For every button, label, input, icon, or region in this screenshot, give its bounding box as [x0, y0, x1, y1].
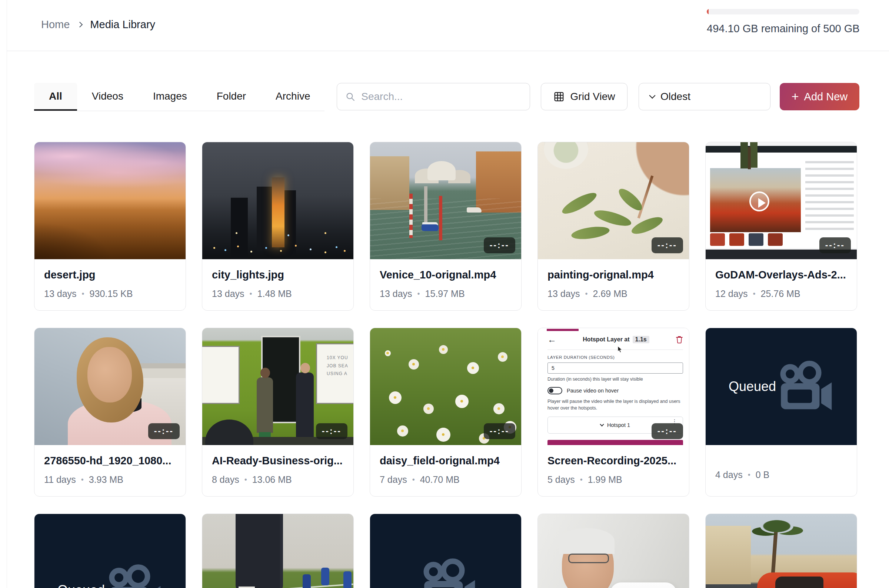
media-card-godam[interactable]: --:-- GoDAM-Overlays-Ads-2... 12 days • …	[705, 142, 857, 310]
screen-text-line: 10X YOU	[327, 354, 353, 362]
back-arrow-icon: ←	[548, 335, 556, 344]
grid-icon	[553, 91, 565, 102]
queued-status-label: Queued	[728, 379, 776, 394]
tab-images[interactable]: Images	[138, 83, 202, 111]
tab-archive[interactable]: Archive	[261, 83, 325, 111]
media-card-screen-recording[interactable]: ← Hotspot Layer at 1.1s LAYER DURATION (…	[538, 328, 689, 496]
meta-dot: •	[748, 471, 751, 479]
soccer-player-legs	[236, 514, 280, 588]
file-title: AI-Ready-Business-orig...	[212, 455, 344, 467]
card-text: Venice_10-orignal.mp4 13 days • 15.97 MB	[370, 259, 521, 310]
sort-value: Oldest	[661, 91, 691, 103]
rec-ui: ← Hotspot Layer at 1.1s LAYER DURATION (…	[548, 333, 683, 434]
add-new-label: Add New	[804, 91, 848, 103]
play-icon	[749, 191, 769, 212]
palm-tree-fronds	[760, 519, 793, 534]
card-text: city_lights.jpg 13 days • 1.48 MB	[202, 259, 353, 310]
tab-videos[interactable]: Videos	[77, 83, 138, 111]
search-input[interactable]	[361, 91, 521, 103]
media-card-painting[interactable]: --:-- painting-orignal.mp4 13 days • 2.6…	[538, 142, 689, 310]
trash-icon	[676, 336, 683, 344]
meta-dot: •	[753, 290, 755, 298]
city-lights-dots	[213, 247, 215, 249]
file-size: 1.48 MB	[257, 288, 292, 299]
breadcrumb-current: Media Library	[90, 18, 155, 31]
file-title: Venice_10-orignal.mp4	[380, 269, 512, 281]
file-size: 1.99 MB	[588, 474, 622, 485]
rec-progress-bar	[547, 329, 578, 331]
toggle-off-icon	[548, 387, 562, 394]
rec-bottom-button	[548, 440, 683, 445]
thumbnail-daisy-field: --:--	[370, 328, 521, 445]
video-duration-badge: --:--	[652, 423, 683, 439]
file-meta: 4 days • 0 B	[715, 470, 847, 480]
card-text: GoDAM-Overlays-Ads-2... 12 days • 25.76 …	[706, 259, 857, 310]
file-age: 8 days	[212, 474, 239, 485]
mouse-cursor-icon	[617, 346, 623, 353]
file-age: 13 days	[548, 288, 580, 299]
breadcrumb-home-link[interactable]: Home	[41, 18, 70, 31]
venice-boat	[467, 207, 482, 213]
media-card-city-lights[interactable]: city_lights.jpg 13 days • 1.48 MB	[202, 142, 354, 310]
card-text: Screen-Recording-2025... 5 days • 1.99 M…	[538, 445, 689, 496]
meta-dot: •	[250, 290, 252, 298]
video-duration-badge: --:--	[148, 423, 180, 439]
media-card-queued-2[interactable]: Queued	[34, 514, 186, 588]
search-box[interactable]	[337, 83, 530, 110]
grid-view-button[interactable]: Grid View	[541, 83, 628, 110]
thumbnail-painting: --:--	[538, 142, 689, 259]
rec-duration-input: 5	[548, 363, 683, 374]
thumbnail-city-lights	[202, 142, 353, 259]
tab-all[interactable]: All	[34, 83, 77, 111]
godam-thumbnail-strip	[710, 233, 725, 246]
thumbnail-man	[538, 514, 689, 588]
queued-content: Queued	[728, 361, 834, 412]
media-card-soccer[interactable]	[202, 514, 354, 588]
media-card-venice[interactable]: --:-- Venice_10-orignal.mp4 13 days • 15…	[370, 142, 521, 310]
venice-dome	[428, 161, 456, 180]
file-meta: 7 days • 40.70 MB	[380, 474, 512, 485]
painting-leaf	[571, 224, 610, 242]
sort-dropdown[interactable]: Oldest	[638, 83, 770, 110]
media-card-queued[interactable]: Queued 4 days • 0 B	[705, 328, 857, 496]
media-card-transcoding-failed[interactable]: Transcoding Failed	[370, 514, 521, 588]
queued-status-label: Queued	[57, 582, 105, 588]
woman-face	[87, 347, 132, 402]
city-tower	[272, 177, 284, 248]
meta-dot: •	[245, 476, 247, 484]
file-title: Screen-Recording-2025...	[548, 455, 679, 467]
thumbnail-venice: --:--	[370, 142, 521, 259]
screen-text-line: USING A	[327, 370, 353, 378]
file-age: 7 days	[380, 474, 407, 485]
soccer-player-socks	[239, 586, 255, 588]
thumbnail-ai-ready: 10X YOU JOB SEA USING A --:--	[202, 328, 353, 445]
venice-striped-poles	[409, 194, 413, 238]
file-age: 11 days	[44, 474, 76, 485]
media-card-desert[interactable]: desert.jpg 13 days • 930.15 KB	[34, 142, 186, 310]
file-age: 13 days	[212, 288, 245, 299]
card-text: 2786550-hd_1920_1080... 11 days • 3.93 M…	[35, 445, 186, 496]
thumbnail-godam: --:--	[706, 142, 857, 259]
storage-progress-track	[707, 9, 859, 15]
media-card-man[interactable]	[538, 514, 689, 588]
media-card-daisy-field[interactable]: --:-- daisy_field-orignal.mp4 7 days • 4…	[370, 328, 521, 496]
tab-folder[interactable]: Folder	[202, 83, 261, 111]
media-card-2786550[interactable]: --:-- 2786550-hd_1920_1080... 11 days • …	[34, 328, 186, 496]
media-card-ai-ready[interactable]: 10X YOU JOB SEA USING A --:-- AI-Ready-B…	[202, 328, 354, 496]
projector-screen-left	[202, 347, 239, 403]
painting-leaf	[630, 213, 665, 237]
file-title: painting-orignal.mp4	[548, 269, 679, 281]
file-meta: 11 days • 3.93 MB	[44, 474, 176, 485]
add-new-button[interactable]: + Add New	[780, 83, 859, 110]
presenter-male	[296, 372, 314, 445]
file-meta: 12 days • 25.76 MB	[715, 288, 847, 299]
media-card-red-car[interactable]	[705, 514, 857, 588]
toggle-knob	[549, 388, 553, 393]
file-age: 4 days	[715, 470, 743, 480]
meta-dot: •	[580, 476, 583, 484]
thumbnail-transcoding-failed: Transcoding Failed	[370, 514, 521, 588]
thumbnail-queued: Queued	[706, 328, 857, 445]
rec-divider	[548, 350, 683, 350]
plus-icon: +	[791, 90, 799, 103]
storage-remaining-label: 494.10 GB remaining of 500 GB	[707, 22, 859, 35]
